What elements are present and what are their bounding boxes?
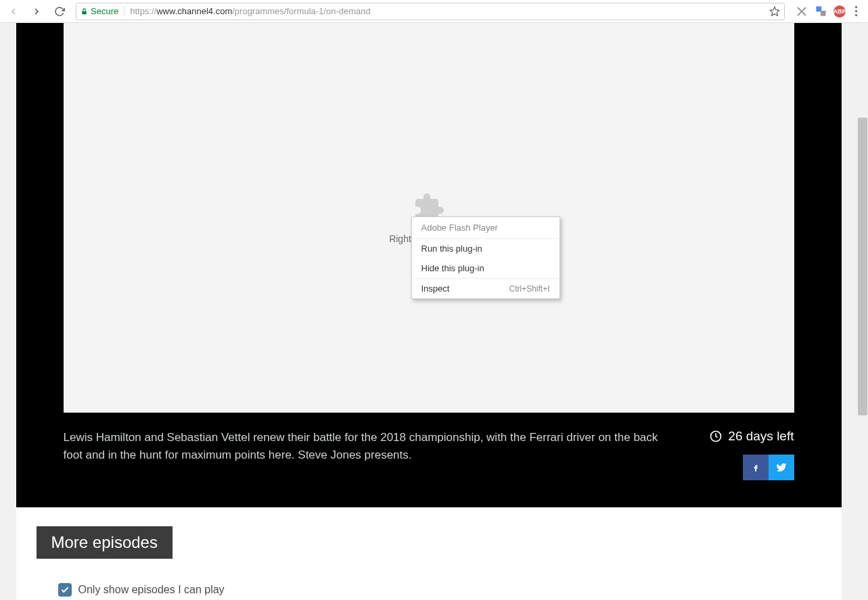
share-buttons xyxy=(743,455,794,480)
facebook-icon xyxy=(752,461,760,474)
days-left: 26 days left xyxy=(709,429,794,444)
back-button[interactable] xyxy=(4,2,23,21)
svg-rect-0 xyxy=(82,11,86,14)
context-menu-shortcut: Ctrl+Shift+I xyxy=(509,284,549,294)
clock-icon xyxy=(709,430,723,443)
address-bar[interactable]: Secure https://www.channel4.com/programm… xyxy=(76,3,785,20)
more-episodes-section: More episodes Only show episodes I can p… xyxy=(16,507,842,600)
context-menu-hide-plugin[interactable]: Hide this plug-in xyxy=(412,258,559,278)
context-menu: Adobe Flash Player Run this plug-in Hide… xyxy=(411,216,560,299)
lock-icon xyxy=(81,7,88,16)
page-scrollbar[interactable] xyxy=(857,23,868,600)
twitter-icon xyxy=(775,462,788,473)
star-icon[interactable] xyxy=(769,6,780,17)
twitter-share-button[interactable] xyxy=(769,455,794,480)
extension-icon-1[interactable] xyxy=(796,5,808,18)
context-menu-inspect[interactable]: Inspect Ctrl+Shift+I xyxy=(412,279,559,298)
forward-button[interactable] xyxy=(27,2,46,21)
extension-icons: ABP xyxy=(792,3,864,19)
reload-button[interactable] xyxy=(50,2,69,21)
check-icon xyxy=(60,585,70,595)
filter-checkbox[interactable] xyxy=(58,583,72,597)
svg-marker-1 xyxy=(770,7,779,16)
video-description: Lewis Hamilton and Sebastian Vettel rene… xyxy=(64,429,666,463)
scrollbar-thumb[interactable] xyxy=(858,118,867,415)
context-menu-header: Adobe Flash Player xyxy=(412,217,559,239)
episode-filter: Only show episodes I can play xyxy=(37,559,821,597)
video-meta: Lewis Hamilton and Sebastian Vettel rene… xyxy=(64,413,794,480)
facebook-share-button[interactable] xyxy=(743,455,769,480)
video-player-placeholder[interactable]: Right-click to run A Adobe Flash Player … xyxy=(64,23,794,413)
browser-toolbar: Secure https://www.channel4.com/programm… xyxy=(0,0,868,23)
context-menu-run-plugin[interactable]: Run this plug-in xyxy=(412,239,559,258)
svg-rect-3 xyxy=(820,11,825,16)
filter-label: Only show episodes I can play xyxy=(78,584,225,596)
menu-button[interactable] xyxy=(852,3,860,19)
more-episodes-heading: More episodes xyxy=(37,526,173,559)
translate-icon[interactable] xyxy=(815,5,827,18)
url-text: https://www.channel4.com/programmes/form… xyxy=(130,6,371,16)
video-section: Right-click to run A Adobe Flash Player … xyxy=(16,23,842,507)
abp-icon[interactable]: ABP xyxy=(833,5,846,18)
secure-indicator: Secure xyxy=(81,6,124,16)
secure-label: Secure xyxy=(91,6,118,16)
